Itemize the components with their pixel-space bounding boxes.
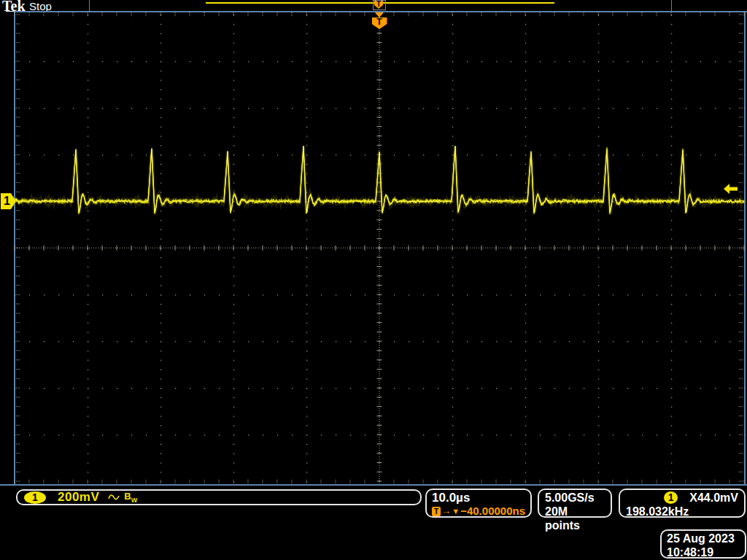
trigger-position-readout: T → ▼ −40.00000ns: [432, 505, 525, 518]
scope-display: [0, 0, 747, 560]
channel1-badge[interactable]: 1 200mV BW: [16, 489, 422, 505]
record-length: 20M points: [545, 505, 605, 532]
trigger-slope-either-icon: X: [689, 491, 697, 505]
trigger-t-flag-icon: T: [372, 18, 387, 29]
oscilloscope-screen: { "header": { "brand": "Tek", "status": …: [0, 0, 747, 560]
time-value: 10:48:19: [667, 545, 740, 559]
graticule: [15, 12, 745, 484]
waveform-channel1: [15, 146, 744, 214]
channel1-scale: 200mV: [58, 490, 99, 505]
channel1-number-icon: 1: [24, 491, 46, 504]
sample-rate: 5.00GS/s: [545, 491, 605, 505]
trigger-position-marker[interactable]: T: [371, 12, 388, 29]
timebase-scale: 10.0µs: [432, 491, 525, 505]
bandwidth-limit-icon: BW: [124, 491, 137, 504]
trigger-caret-icon: [375, 12, 384, 18]
trigger-badge[interactable]: 1 X 44.0mV 198.032kHz: [619, 489, 746, 518]
triangle-down-icon: ▼: [452, 505, 460, 518]
ac-coupling-icon: [108, 493, 120, 502]
timebase-badge[interactable]: 10.0µs T → ▼ −40.00000ns: [425, 489, 532, 518]
trigger-t-icon: T: [432, 507, 441, 516]
trigger-frequency: 198.032kHz: [626, 505, 738, 518]
trigger-source-icon: 1: [664, 491, 678, 504]
acquisition-badge[interactable]: 5.00GS/s 20M points: [538, 489, 612, 518]
arrow-right-icon: →: [441, 505, 451, 518]
trigger-level-value: 44.0mV: [697, 491, 738, 505]
date-value: 25 Aug 2023: [667, 532, 740, 545]
datetime-badge: 25 Aug 2023 10:48:19: [660, 529, 746, 559]
trigger-position-value: −40.00000ns: [460, 505, 525, 518]
